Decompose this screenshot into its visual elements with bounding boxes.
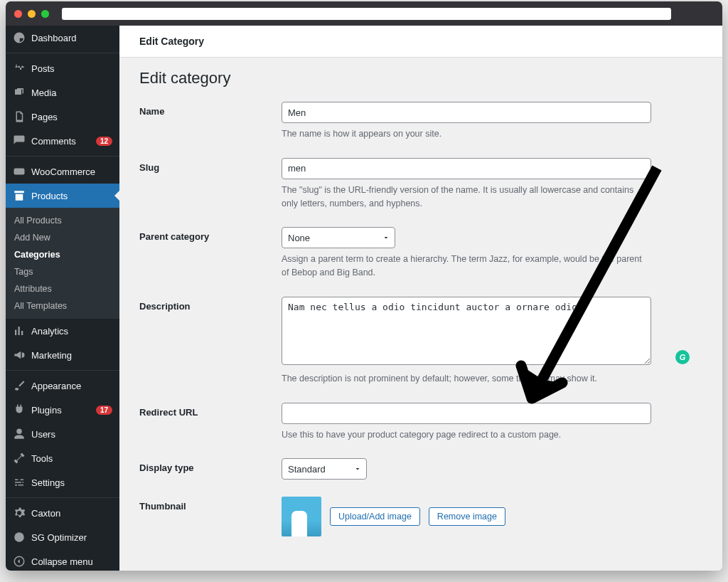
sidebar-item-posts[interactable]: Posts [6,56,119,80]
page-header-title: Edit Category [139,36,702,47]
sidebar-item-label: Analytics [31,326,112,337]
parent-select[interactable]: None [282,227,395,248]
slug-input[interactable] [282,158,651,179]
description-helper: The description is not prominent by defa… [282,372,651,386]
sidebar-item-label: Products [31,191,112,201]
sidebar-item-users[interactable]: Users [6,422,119,446]
display-type-label: Display type [139,458,282,473]
title-bar [6,1,722,26]
thumbnail-preview[interactable] [282,497,321,536]
sg-icon [13,531,26,544]
submenu-add-new[interactable]: Add New [6,229,119,246]
page-header: Edit Category [119,26,722,58]
plugins-badge: 17 [96,406,112,415]
pin-icon [13,62,26,75]
minimize-icon[interactable] [28,10,36,18]
sidebar-item-label: SG Optimizer [31,532,112,543]
sidebar-item-caxton[interactable]: Caxton [6,501,119,525]
description-textarea[interactable] [282,297,651,365]
submenu-all-templates[interactable]: All Templates [6,297,119,314]
media-icon [13,86,26,99]
settings-icon [13,476,26,489]
page-title: Edit category [139,69,702,88]
archive-icon [13,189,26,202]
parent-label: Parent category [139,227,282,242]
products-submenu: All Products Add New Categories Tags Att… [6,208,119,319]
browser-window: Dashboard Posts Media Pages Comments 12 [6,1,722,571]
submenu-categories[interactable]: Categories [6,246,119,263]
sidebar-item-comments[interactable]: Comments 12 [6,129,119,153]
submenu-all-products[interactable]: All Products [6,212,119,229]
sidebar-item-label: Settings [31,477,112,488]
page-icon [13,110,26,123]
redirect-label: Redirect URL [139,403,282,418]
woo-icon [13,165,26,178]
thumbnail-label: Thumbnail [139,497,282,512]
svg-point-1 [14,532,24,542]
url-bar[interactable] [62,8,671,20]
comments-badge: 12 [96,137,112,146]
chart-icon [13,324,26,337]
sidebar-item-dashboard[interactable]: Dashboard [6,26,119,50]
wrench-icon [13,452,26,465]
sidebar-item-appearance[interactable]: Appearance [6,374,119,398]
submenu-attributes[interactable]: Attributes [6,280,119,297]
gear-icon [13,507,26,519]
admin-sidebar: Dashboard Posts Media Pages Comments 12 [6,26,119,571]
sidebar-item-label: Pages [31,112,112,122]
sidebar-item-plugins[interactable]: Plugins 17 [6,398,119,422]
sidebar-item-woocommerce[interactable]: WooCommerce [6,159,119,184]
slug-helper: The "slug" is the URL-friendly version o… [282,184,651,211]
sidebar-item-label: Posts [31,63,112,74]
slug-label: Slug [139,158,282,173]
remove-image-button[interactable]: Remove image [429,507,505,526]
sidebar-item-label: Tools [31,453,112,464]
upload-image-button[interactable]: Upload/Add image [330,507,420,526]
sidebar-item-tools[interactable]: Tools [6,446,119,470]
parent-helper: Assign a parent term to create a hierarc… [282,253,651,280]
close-icon[interactable] [14,10,22,18]
sidebar-item-label: Caxton [31,508,112,519]
user-icon [13,428,26,440]
redirect-helper: Use this to have your product category p… [282,428,651,442]
svg-rect-0 [14,169,25,175]
sidebar-item-label: Appearance [31,381,112,391]
collapse-icon [13,555,26,568]
display-type-select[interactable]: Standard [282,458,367,480]
sidebar-item-media[interactable]: Media [6,80,119,105]
redirect-input[interactable] [282,403,651,424]
sidebar-item-label: Media [31,88,112,98]
name-label: Name [139,102,282,117]
plug-icon [13,403,26,416]
megaphone-icon [13,349,26,361]
sidebar-item-label: WooCommerce [31,166,112,177]
content-area: Edit Category Edit category Name The nam… [119,26,722,571]
sidebar-item-pages[interactable]: Pages [6,105,119,129]
name-input[interactable] [282,102,651,123]
sidebar-item-label: Collapse menu [31,556,112,567]
sidebar-item-label: Marketing [31,350,112,361]
sidebar-item-label: Comments [31,136,90,147]
sidebar-item-label: Users [31,429,112,440]
sidebar-item-products[interactable]: Products [6,184,119,208]
sidebar-item-analytics[interactable]: Analytics [6,319,119,343]
description-label: Description [139,297,282,312]
sidebar-item-sg-optimizer[interactable]: SG Optimizer [6,525,119,549]
submenu-tags[interactable]: Tags [6,263,119,280]
name-helper: The name is how it appears on your site. [282,127,651,141]
sidebar-item-settings[interactable]: Settings [6,470,119,494]
dashboard-icon [13,31,26,44]
comment-icon [13,134,26,147]
sidebar-item-label: Dashboard [31,33,112,43]
brush-icon [13,379,26,392]
maximize-icon[interactable] [41,10,49,18]
sidebar-item-collapse[interactable]: Collapse menu [6,549,119,571]
sidebar-item-marketing[interactable]: Marketing [6,343,119,367]
grammarly-icon[interactable]: G [675,350,690,364]
sidebar-item-label: Plugins [31,405,90,416]
